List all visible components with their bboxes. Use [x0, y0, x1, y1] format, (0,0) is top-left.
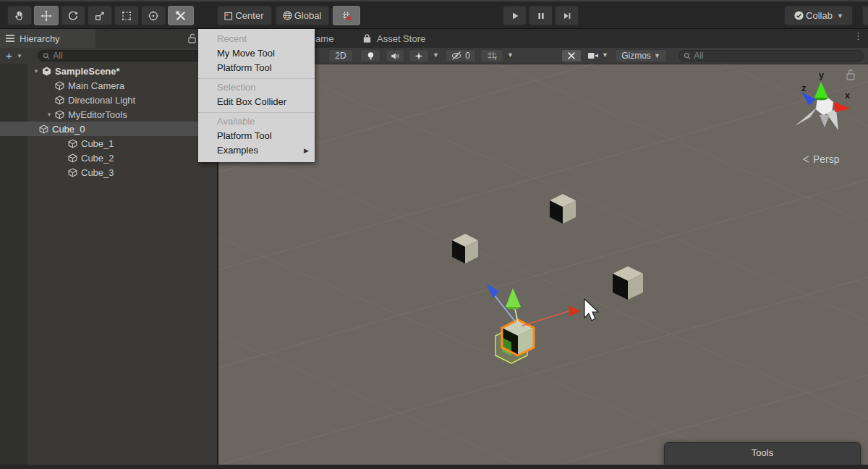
tools-overlay-title: Tools	[665, 447, 860, 458]
play-button[interactable]	[503, 6, 527, 25]
step-icon	[562, 11, 572, 21]
collab-dropdown-arrow-icon: ▼	[837, 12, 843, 20]
menu-item-platform-tool[interactable]: Platform Tool	[198, 129, 315, 143]
hierarchy-item-cube-2[interactable]: Cube_2	[27, 151, 217, 165]
hierarchy-item-label: Cube_3	[81, 167, 114, 178]
collab-button[interactable]: Collab ▼	[784, 6, 853, 25]
custom-editor-tool-button[interactable]	[168, 6, 194, 25]
menu-item-my-move-tool[interactable]: My Move Tool	[198, 46, 315, 61]
gizmo-lock-icon[interactable]	[847, 70, 854, 80]
pivot-mode-button[interactable]: Center	[217, 6, 272, 25]
hierarchy-item-samplescene[interactable]: ▾SampleScene*	[27, 64, 217, 78]
step-button[interactable]	[555, 6, 579, 25]
scene-viewport[interactable]: y z x Persp Tools	[218, 64, 868, 465]
axis-x-cone[interactable]	[834, 102, 851, 112]
expander-icon[interactable]: ▾	[43, 111, 55, 118]
scene-lighting-button[interactable]	[360, 49, 380, 62]
hidden-count-label: 0	[465, 51, 470, 61]
scene-view-panel: Game Asset Store ⋮ ▼ 2D ▼ 0 Y ▼	[218, 29, 868, 465]
scene-cube[interactable]	[452, 234, 478, 263]
create-object-button[interactable]: +	[6, 49, 12, 62]
scene-effects-button[interactable]	[409, 49, 429, 62]
orientation-gizmo[interactable]: y z x Persp	[795, 69, 854, 165]
menu-section-header: Recent	[198, 32, 315, 46]
panel-menu-icon[interactable]	[6, 33, 14, 43]
transform-tool-button[interactable]	[141, 6, 166, 25]
submenu-arrow-icon: ▶	[304, 143, 309, 158]
gizmo-z-cone[interactable]	[486, 284, 499, 298]
cube-icon	[68, 168, 81, 177]
axis-neg-gray-cone[interactable]	[820, 115, 830, 127]
editor-tools-toggle-button[interactable]	[561, 49, 582, 62]
cube-icon	[55, 81, 68, 90]
move-tool-button[interactable]	[34, 6, 59, 25]
hierarchy-item-cube-3[interactable]: Cube_3	[27, 165, 217, 179]
scene-cube[interactable]	[613, 266, 643, 300]
scene-search-input[interactable]	[694, 51, 859, 61]
effects-dropdown-arrow-icon[interactable]: ▼	[433, 51, 439, 59]
hierarchy-item-directional-light[interactable]: Directional Light	[27, 93, 217, 107]
pivot-icon	[224, 11, 234, 21]
gizmo-x-axis[interactable]	[522, 311, 569, 326]
scale-tool-button[interactable]	[88, 6, 112, 25]
menu-section-header: Selection	[198, 80, 315, 95]
projection-label[interactable]: Persp	[813, 153, 840, 165]
tool-context-menu: RecentMy Move ToolPlatform ToolSelection…	[198, 29, 315, 162]
selected-scene-cube[interactable]	[495, 320, 534, 363]
expander-icon[interactable]: ▾	[30, 67, 42, 75]
menu-item-edit-box-collider[interactable]: Edit Box Collider	[198, 95, 315, 109]
menu-section: AvailablePlatform ToolExamples▶	[198, 112, 315, 159]
menu-item-examples[interactable]: Examples▶	[198, 143, 315, 158]
hierarchy-tab[interactable]: Hierarchy	[0, 29, 95, 48]
hierarchy-tab-label: Hierarchy	[20, 33, 60, 44]
space-mode-label: Global	[294, 10, 322, 21]
play-icon	[510, 11, 520, 21]
hierarchy-item-label: Main Camera	[68, 80, 124, 91]
axis-y-label: y	[819, 69, 825, 80]
hierarchy-item-myeditortools[interactable]: ▾MyEditorTools	[27, 107, 217, 122]
hierarchy-item-main-camera[interactable]: Main Camera	[27, 78, 217, 93]
scene-search-field[interactable]	[678, 50, 864, 62]
pivot-mode-label: Center	[235, 10, 263, 21]
eye-hidden-icon	[451, 51, 463, 61]
lock-icon[interactable]	[187, 33, 197, 44]
hidden-objects-button[interactable]: 0	[446, 49, 476, 62]
rect-tool-button[interactable]	[114, 6, 139, 25]
scene-audio-button[interactable]	[386, 49, 404, 62]
menu-section-header: Available	[198, 114, 315, 129]
menu-item-platform-tool[interactable]: Platform Tool	[198, 61, 315, 75]
scene-tab-bar: Game Asset Store ⋮	[218, 29, 868, 48]
move-gizmo[interactable]	[486, 284, 580, 326]
scene-grid-button[interactable]: Y	[480, 49, 503, 62]
grid-dropdown-arrow-icon[interactable]: ▼	[507, 51, 514, 59]
toggle-2d-button[interactable]: 2D	[328, 49, 353, 62]
scene-camera-button[interactable]	[584, 49, 602, 62]
hierarchy-search-input[interactable]	[53, 51, 208, 61]
axis-z-cone[interactable]	[801, 92, 815, 106]
tab-bar-more-icon[interactable]: ⋮	[854, 30, 863, 41]
space-mode-button[interactable]: Global	[276, 6, 329, 25]
rotate-tool-button[interactable]	[61, 6, 85, 25]
grid-snap-button[interactable]	[333, 6, 360, 25]
gizmos-label: Gizmos	[621, 51, 651, 61]
camera-dropdown-arrow-icon[interactable]: ▼	[602, 51, 608, 59]
menu-section: SelectionEdit Box Collider	[198, 78, 315, 111]
pause-button[interactable]	[529, 6, 553, 25]
gizmos-button[interactable]: Gizmos ▼	[615, 49, 667, 62]
main-toolbar: Center Global Collab ▼	[0, 0, 868, 29]
scene-cube[interactable]	[550, 194, 576, 224]
rect-tool-icon	[121, 10, 132, 22]
hierarchy-search-field[interactable]	[38, 50, 213, 62]
hand-tool-button[interactable]	[7, 6, 32, 25]
window-bottom-edge	[0, 465, 868, 469]
clipped-toolbar-button[interactable]	[862, 6, 868, 25]
axis-neg-gray-cone[interactable]	[795, 107, 817, 126]
hierarchy-item-cube-1[interactable]: Cube_1	[27, 136, 217, 151]
hierarchy-item-cube-0[interactable]: Cube_0	[0, 122, 217, 136]
unity-icon	[42, 67, 55, 76]
axis-y-cone[interactable]	[814, 82, 828, 98]
gizmo-x-cone[interactable]	[569, 305, 580, 316]
create-dropdown-arrow-icon[interactable]: ▼	[17, 53, 22, 59]
gizmo-y-cone[interactable]	[506, 288, 521, 307]
tab-asset-store[interactable]: Asset Store	[362, 29, 425, 48]
